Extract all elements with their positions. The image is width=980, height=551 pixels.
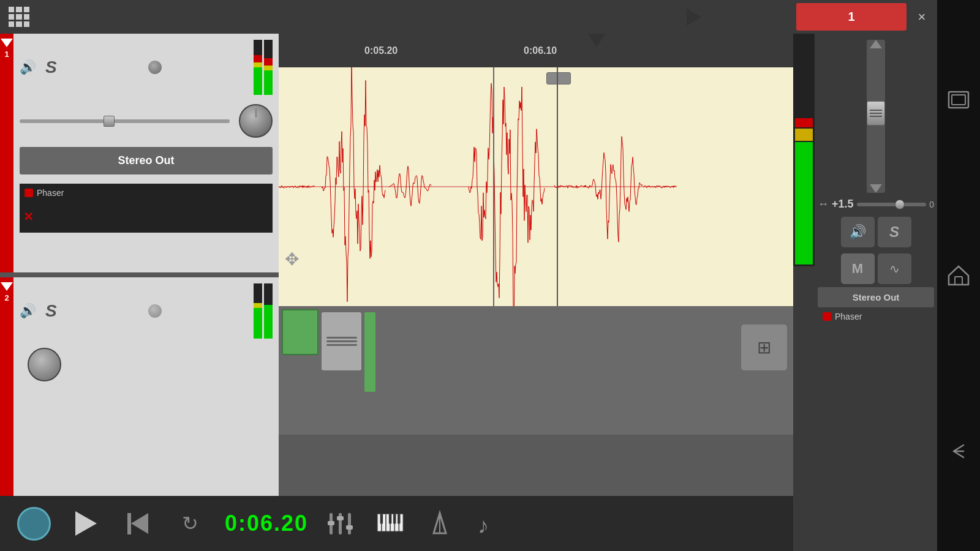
svg-rect-13 (388, 514, 391, 523)
svg-rect-15 (398, 514, 400, 523)
track-1-effect-phaser[interactable]: Phaser (24, 187, 268, 199)
right-mute-button[interactable]: 🔊 (841, 217, 875, 247)
right-phaser-row[interactable]: Phaser (818, 309, 934, 324)
track-1-collapse-arrow[interactable] (1, 39, 13, 47)
record-circle (17, 507, 51, 541)
grid-icon[interactable] (6, 4, 32, 30)
svg-rect-3 (328, 521, 334, 525)
sys-nav-window-button[interactable] (943, 84, 974, 115)
svg-rect-14 (393, 514, 396, 523)
track-2: 2 🔊 S (0, 277, 279, 496)
transport-bar: ↻ 0:06.20 (0, 496, 793, 551)
svg-rect-12 (380, 514, 382, 523)
system-nav (937, 0, 980, 551)
top-bar (0, 0, 793, 34)
mixer-tool-icon (326, 510, 357, 538)
phaser-label: Phaser (37, 188, 64, 198)
track-1-vu-left (254, 40, 262, 95)
track-1-close-button[interactable]: ✕ (20, 207, 37, 227)
mixer-icon: ⊞ (757, 337, 771, 358)
right-panel-close[interactable]: × (910, 5, 934, 29)
pan-zero-label: 0 (929, 200, 934, 209)
pan-icon: ↔ (818, 198, 829, 211)
pan-slider-thumb[interactable] (895, 200, 905, 209)
playhead-line (557, 67, 558, 306)
sys-nav-home-button[interactable] (943, 260, 974, 291)
track-1-output-button[interactable]: Stereo Out (20, 147, 273, 174)
track-1-pan-knob[interactable] (239, 104, 273, 138)
right-fader-area (818, 40, 934, 193)
track-1-volume-thumb[interactable] (104, 116, 115, 127)
play-button[interactable] (61, 499, 110, 548)
track-1-record-arm[interactable] (148, 61, 162, 74)
track-1-solo-button[interactable]: S (45, 58, 57, 77)
piano-icon (375, 511, 406, 536)
fader-down-arrow[interactable] (870, 184, 882, 193)
track-1-volume-slider[interactable] (20, 119, 230, 123)
note-tool-button[interactable]: ♪ (466, 501, 511, 547)
note-icon: ♪ (475, 510, 502, 538)
svg-rect-2 (348, 513, 351, 534)
mixer-tool-button[interactable] (318, 501, 364, 547)
svg-text:♪: ♪ (478, 513, 489, 538)
track-2-vu-left (254, 283, 262, 339)
time-display: 0:06.20 (217, 511, 315, 536)
rewind-button[interactable] (113, 499, 162, 548)
vu-yellow (795, 129, 813, 141)
right-panel-track-number: 1 (796, 3, 907, 31)
right-monitor-button[interactable]: M (841, 253, 875, 284)
pan-slider[interactable] (857, 203, 927, 206)
green-clip-tall[interactable] (364, 312, 375, 392)
move-icon[interactable]: ✥ (285, 249, 299, 269)
track-2-vu-right (264, 283, 273, 339)
right-phaser-indicator (823, 312, 831, 321)
track-2-mute-icon[interactable]: 🔊 (20, 303, 36, 319)
mixer-button[interactable]: ⊞ (741, 324, 787, 370)
right-vu-meter (793, 34, 815, 266)
track-1-number: 1 (4, 50, 9, 59)
track-2-controls: 🔊 S (13, 277, 279, 388)
track-1-controls: 🔊 S (13, 34, 279, 239)
track-divider (0, 272, 279, 277)
fader-up-arrow[interactable] (870, 40, 882, 48)
play-triangle (75, 511, 97, 536)
track-1-slider-row (20, 104, 273, 138)
waveform-handle[interactable] (546, 72, 571, 84)
right-wave-button[interactable]: ∿ (878, 253, 911, 284)
right-panel-content: ↔ +1.5 0 🔊 S M ∿ Stereo Out Phaser (793, 34, 937, 551)
right-fader-track[interactable] (867, 40, 885, 193)
playhead-triangle (588, 34, 605, 47)
fader-handle[interactable] (867, 101, 885, 126)
track-2-slider-row (20, 348, 273, 381)
right-stereo-out[interactable]: Stereo Out (818, 287, 934, 307)
clip-block-1[interactable] (282, 309, 318, 355)
right-phaser-label: Phaser (835, 312, 862, 321)
track-1-mute-icon[interactable]: 🔊 (20, 59, 36, 75)
midi-block[interactable] (322, 312, 361, 370)
vu-red (795, 118, 813, 127)
rewind-icon (127, 513, 148, 534)
loop-button[interactable]: ↻ (165, 499, 214, 548)
right-solo-button[interactable]: S (878, 217, 911, 247)
track-2-collapse-arrow[interactable] (1, 282, 13, 291)
sys-nav-back-button[interactable] (943, 436, 974, 467)
tuner-tool-button[interactable] (417, 501, 462, 547)
right-panel: 1 × (793, 0, 937, 551)
home-icon (947, 264, 970, 287)
play-button-top[interactable] (687, 9, 701, 26)
right-btn-row-1: 🔊 S (818, 217, 934, 247)
piano-tool-button[interactable] (368, 501, 413, 547)
lower-waveform-area: ⊞ (279, 306, 793, 435)
back-icon (946, 441, 971, 461)
phaser-color-indicator (24, 189, 33, 197)
right-panel-header: 1 × (793, 0, 937, 34)
track-2-record-arm[interactable] (148, 304, 162, 318)
timeline: 0:05.20 0:06.10 (279, 34, 793, 67)
track-2-pan-knob[interactable] (28, 348, 61, 381)
record-button[interactable] (9, 499, 58, 548)
track-1-top-row: 🔊 S (20, 40, 273, 95)
track-2-solo-button[interactable]: S (45, 301, 57, 321)
middle-section: 1 🔊 S (0, 34, 793, 496)
waveform-track-1[interactable]: ✥ (279, 67, 793, 306)
track-1-vu-right (264, 40, 273, 95)
